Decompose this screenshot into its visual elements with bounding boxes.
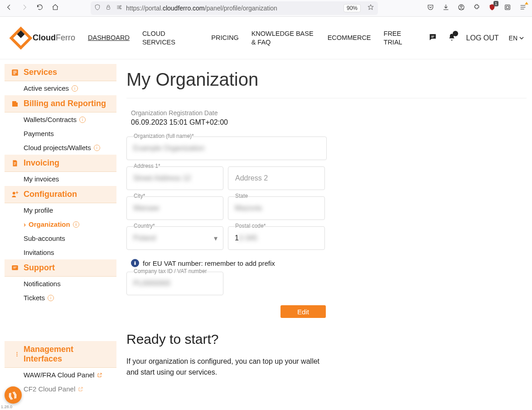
- vat-hint: for EU VAT number: remember to add prefi…: [131, 259, 327, 267]
- sidebar-item-organization[interactable]: › Organization i: [5, 217, 116, 231]
- nav-logout[interactable]: LOG OUT: [466, 34, 499, 42]
- chevron-down-icon: ▾: [214, 234, 218, 243]
- ready-text: If your organization is configured, you …: [126, 356, 326, 378]
- country-field[interactable]: Country* Poland▾: [126, 226, 223, 250]
- extensions-icon[interactable]: [473, 4, 480, 13]
- sidebar-item-notifications[interactable]: Notifications: [5, 277, 116, 291]
- sidebar-item-tickets[interactable]: Ticketsi: [5, 291, 116, 305]
- language-selector[interactable]: EN: [509, 34, 524, 42]
- logo-mark-icon: [10, 26, 33, 49]
- info-icon: i: [72, 85, 78, 92]
- svg-point-5: [460, 5, 462, 7]
- external-link-icon: [78, 386, 83, 392]
- nav-kb-faq[interactable]: KNOWLEDGE BASE & FAQ: [251, 29, 315, 47]
- info-icon: i: [94, 145, 100, 151]
- postal-field[interactable]: Postal code* 12-345: [228, 226, 325, 250]
- info-icon: [131, 259, 139, 267]
- sidebar-item-wallets[interactable]: Wallets/Contractsi: [5, 112, 116, 127]
- sidebar: Services Active servicesi Billing and Re…: [0, 59, 116, 396]
- svg-rect-0: [107, 7, 110, 9]
- account-icon[interactable]: [458, 4, 465, 13]
- edit-button[interactable]: Edit: [281, 305, 326, 318]
- svg-point-3: [120, 8, 121, 9]
- info-icon: i: [48, 295, 54, 301]
- svg-point-11: [13, 192, 15, 195]
- svg-rect-7: [506, 6, 508, 8]
- address2-field[interactable]: Address 2: [228, 166, 325, 190]
- logo[interactable]: CloudFerro: [13, 30, 75, 46]
- state-field[interactable]: State Mazovia: [228, 196, 325, 220]
- address-bar[interactable]: https://portal.cloudferro.com/panel/prof…: [91, 1, 378, 15]
- external-link-icon: [97, 372, 102, 378]
- sidebar-item-my-profile[interactable]: My profile: [5, 203, 116, 217]
- adblock-icon[interactable]: 1: [488, 4, 496, 13]
- browser-toolbar: https://portal.cloudferro.com/panel/prof…: [0, 0, 532, 17]
- ready-title: Ready to start?: [126, 332, 527, 347]
- svg-point-16: [16, 356, 17, 356]
- divider: [126, 98, 527, 98]
- nav-cloud-services[interactable]: CLOUD SERVICES: [142, 29, 198, 47]
- sidebar-item-my-invoices[interactable]: My invoices: [5, 172, 116, 186]
- address1-field[interactable]: Address 1* Street Address 12: [126, 166, 223, 190]
- city-field[interactable]: City* Warsaw: [126, 196, 223, 220]
- zoom-badge[interactable]: 90%: [343, 4, 361, 12]
- container-icon[interactable]: [504, 4, 511, 13]
- chevron-down-icon: [519, 36, 524, 40]
- version-label: 1.28.0: [1, 405, 12, 409]
- sidebar-header-support[interactable]: Support: [5, 259, 116, 277]
- svg-point-15: [16, 354, 17, 355]
- sidebar-item-invitations[interactable]: Invitations: [5, 245, 116, 259]
- sidebar-item-sub-accounts[interactable]: Sub-accounts: [5, 231, 116, 245]
- home-icon[interactable]: [52, 4, 59, 13]
- reload-icon[interactable]: [36, 4, 44, 13]
- menu-icon[interactable]: [519, 4, 527, 13]
- back-icon[interactable]: [5, 4, 13, 13]
- vat-field[interactable]: Company tax ID / VAT number PL0000000: [126, 272, 223, 295]
- chat-icon[interactable]: [428, 33, 437, 44]
- registration-date-label: Organization Registration Date: [131, 109, 527, 117]
- sidebar-item-active-services[interactable]: Active servicesi: [5, 81, 116, 95]
- info-icon: i: [73, 221, 79, 228]
- page-title: My Organization: [126, 69, 527, 90]
- app-header: CloudFerro DASHBOARD CLOUD SERVICES PRIC…: [0, 17, 532, 59]
- sidebar-item-payments[interactable]: Payments: [5, 127, 116, 141]
- bookmark-star-icon[interactable]: [367, 4, 374, 13]
- svg-point-14: [16, 352, 17, 353]
- svg-point-17: [135, 262, 135, 263]
- downloads-icon[interactable]: [442, 4, 450, 13]
- sidebar-header-invoicing[interactable]: Invoicing: [5, 155, 116, 172]
- sidebar-item-waw-fra-panel[interactable]: WAW/FRA Cloud Panel: [5, 368, 116, 382]
- lock-icon[interactable]: [105, 4, 111, 12]
- svg-rect-10: [14, 102, 18, 107]
- nav-dashboard[interactable]: DASHBOARD: [88, 34, 130, 42]
- notification-dot: [453, 31, 458, 36]
- info-icon: i: [79, 117, 86, 123]
- chat-widget-button[interactable]: ⟪⟫: [5, 386, 22, 404]
- shield-icon[interactable]: [94, 4, 101, 12]
- sidebar-header-services[interactable]: Services: [5, 64, 116, 81]
- chevron-right-icon: ›: [24, 220, 26, 228]
- org-name-field[interactable]: Organization (full name)* Example Organi…: [126, 137, 327, 160]
- sidebar-header-billing[interactable]: Billing and Reporting: [5, 95, 116, 112]
- svg-point-1: [120, 5, 121, 6]
- sidebar-header-management[interactable]: Management Interfaces: [5, 341, 116, 368]
- svg-point-12: [16, 192, 18, 193]
- sidebar-item-cloud-projects[interactable]: Cloud projects/Walletsi: [5, 141, 116, 155]
- svg-rect-6: [505, 5, 510, 10]
- svg-rect-18: [135, 263, 135, 265]
- forward-icon: [21, 4, 28, 13]
- nav-ecommerce[interactable]: ECOMMERCE: [328, 34, 371, 42]
- svg-rect-13: [12, 265, 18, 270]
- nav-free-trial[interactable]: FREE TRIAL: [384, 29, 416, 47]
- main-nav: DASHBOARD CLOUD SERVICES PRICING KNOWLED…: [88, 29, 416, 47]
- url-text: https://portal.cloudferro.com/panel/prof…: [126, 5, 277, 12]
- main-content: My Organization Organization Registratio…: [116, 59, 532, 396]
- notifications-icon[interactable]: [447, 33, 456, 44]
- nav-pricing[interactable]: PRICING: [211, 34, 238, 42]
- pocket-icon[interactable]: [427, 4, 434, 13]
- svg-point-2: [119, 7, 120, 8]
- registration-date-value: 06.09.2023 15:01 GMT+02:00: [131, 118, 527, 127]
- permissions-icon[interactable]: [116, 4, 122, 12]
- sidebar-header-configuration[interactable]: Configuration: [5, 186, 116, 203]
